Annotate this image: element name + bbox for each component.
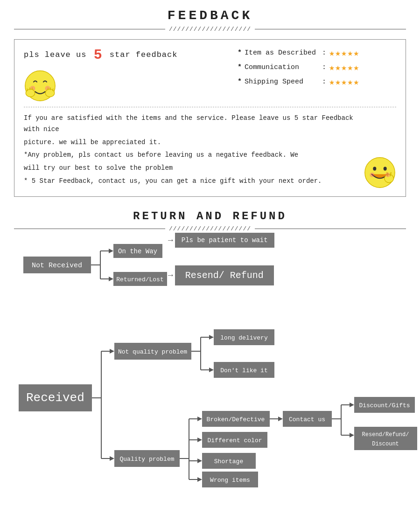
svg-text:Returned/Lost: Returned/Lost [116,276,163,283]
rating-label-2: Communication [245,63,319,71]
feedback-body-inner: If you are satisfied with the items and … [24,113,396,189]
svg-text:On the Way: On the Way [118,248,157,255]
svg-line-6 [30,88,30,90]
svg-text:Broken/Defective: Broken/Defective [206,416,265,423]
body-line3: *Any problem, pls contact us before leav… [24,150,354,161]
svg-text:Don't like it: Don't like it [220,367,267,374]
svg-marker-79 [350,433,354,438]
svg-marker-57 [197,438,202,442]
feedback-left: pls leave us 5 star feedback [24,47,177,102]
not-received-svg: Not Received On the Way [23,242,173,288]
body-line1: If you are satisfied with the items and … [24,113,354,135]
headline-pre: pls leave us [24,50,86,59]
rating-row-communication: * Communication : ★★★★★ [238,62,396,73]
patience-row: → Pls be patient to wait [168,233,274,248]
feedback-divider: //////////////////// [14,26,406,33]
svg-marker-37 [110,456,114,461]
body-line2: picture. we will be appreciated it. [24,137,354,148]
zigzag-left: //////////////////// [165,26,255,33]
rating-row-item: * Item as Described : ★★★★★ [238,47,396,59]
feedback-box: pls leave us 5 star feedback [14,39,406,197]
svg-point-4 [45,89,55,97]
svg-text:Shortage: Shortage [214,458,243,465]
svg-point-13 [384,167,387,170]
feedback-section: FEEDBACK //////////////////// pls leave … [0,0,420,210]
svg-point-11 [365,158,395,188]
svg-marker-43 [209,335,214,340]
pls-be-patient-box: Pls be patient to wait [175,233,274,248]
zigzag-refund: //////////////////// [165,225,255,232]
svg-text:Contact us: Contact us [289,416,325,423]
svg-marker-27 [109,277,113,281]
body-line5: * 5 Star Feedback, contact us, you can g… [24,176,354,187]
svg-marker-71 [278,417,283,421]
feedback-right: * Item as Described : ★★★★★ * Communicat… [238,47,396,88]
asterisk-2: * [238,63,242,71]
headline-post: star feedback [110,50,178,59]
headline-star: 5 [94,47,103,63]
svg-text:Wrong items: Wrong items [210,477,250,484]
feedback-body: If you are satisfied with the items and … [24,107,396,189]
pls-be-patient-text: Pls be patient to wait [182,236,268,244]
sad-emoji [24,69,56,102]
svg-marker-24 [109,249,113,253]
rating-stars-2: ★★★★★ [329,62,359,73]
received-text: Received [26,391,84,405]
svg-line-9 [50,88,51,90]
refund-section: RETURN AND REFUND //////////////////// N… [0,210,420,491]
not-received-outcomes: → Pls be patient to wait → Resend/ Refun… [168,247,274,285]
resend-row: → Resend/ Refund [168,265,274,285]
resend-refund-box: Resend/ Refund [175,265,274,285]
svg-marker-59 [197,459,202,463]
svg-marker-35 [110,349,114,354]
svg-line-16 [390,173,391,176]
resend-refund-text: Resend/ Refund [185,270,264,281]
svg-point-18 [385,173,390,177]
svg-text:Discount/Gifts: Discount/Gifts [359,402,410,409]
feedback-top: pls leave us 5 star feedback [24,47,396,102]
svg-text:Not Received: Not Received [32,262,82,270]
colon-3: : [322,78,326,86]
received-group: Received Not quality problem [19,314,406,482]
svg-marker-55 [197,417,202,421]
not-received-group: Not Received On the Way [23,242,406,291]
svg-text:Discount: Discount [372,441,399,447]
happy-emoji [364,156,396,189]
svg-point-17 [370,173,374,177]
refund-title: RETURN AND REFUND [14,210,406,222]
feedback-headline: pls leave us 5 star feedback [24,47,177,63]
svg-text:Different color: Different color [207,437,262,444]
asterisk-3: * [238,78,242,86]
rating-row-shipping: * Shipping Speed : ★★★★★ [238,76,396,88]
rating-label-1: Item as Described [245,49,319,57]
refund-divider: //////////////////// [14,225,406,232]
colon-1: : [322,49,326,57]
rating-stars-1: ★★★★★ [329,47,359,59]
feedback-text-block: If you are satisfied with the items and … [24,113,354,189]
rating-stars-3: ★★★★★ [329,76,359,88]
feedback-title: FEEDBACK [14,8,406,23]
svg-marker-45 [209,368,214,372]
svg-text:Not quality problem: Not quality problem [118,348,187,355]
svg-text:Quality problem: Quality problem [119,456,174,463]
svg-text:long delivery: long delivery [220,334,268,341]
flowchart: Not Received On the Way [14,242,406,482]
svg-text:Resend/Refund/: Resend/Refund/ [362,431,409,438]
colon-2: : [322,63,326,71]
asterisk-1: * [238,49,242,57]
body-line4: will try our best to solve the problem [24,163,354,174]
received-svg: Not quality problem long delivery Don't … [92,314,353,482]
svg-marker-61 [197,477,202,482]
svg-point-3 [26,89,35,97]
rating-label-3: Shipping Speed [245,78,319,86]
svg-point-12 [373,167,376,170]
received-box: Received [19,384,92,411]
svg-marker-77 [350,403,354,407]
